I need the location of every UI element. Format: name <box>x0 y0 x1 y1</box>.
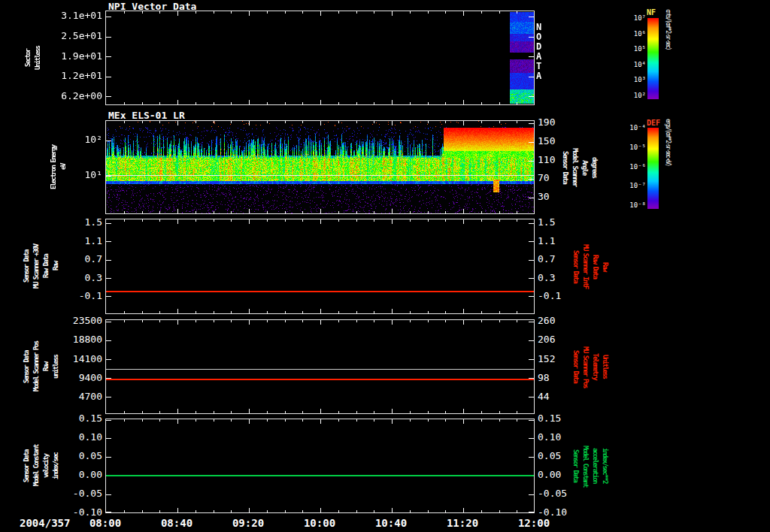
tick-mark <box>106 141 111 141</box>
tick-mark <box>445 102 446 104</box>
def-colorbar-ticks: 10⁻⁴ 10⁻⁵ 10⁻⁶ 10⁻⁷ 10⁻⁸ <box>616 125 646 209</box>
tick-mark <box>356 121 357 123</box>
tick-mark <box>410 510 411 512</box>
tick-mark <box>499 11 500 14</box>
nf-colorbar-title: NF <box>647 8 656 17</box>
tick-mark <box>249 409 250 413</box>
colorbar-tick: 10⁵ <box>634 46 646 53</box>
tick-mark <box>428 411 429 413</box>
tick-mark <box>445 121 446 123</box>
tick-mark <box>124 211 125 213</box>
tick-mark <box>428 311 429 313</box>
tick-mark <box>142 510 143 512</box>
axis-title-line: MU Scanner Pos <box>581 319 590 414</box>
tick-mark <box>428 219 429 222</box>
panel-mu-scanner-30v <box>105 219 535 314</box>
tick-mark <box>410 411 411 413</box>
axis-title-line: Sensor Data <box>22 319 32 414</box>
tick-label: 0.15 <box>538 414 561 422</box>
panel-els-spectrogram <box>105 120 535 214</box>
tick-mark <box>499 102 500 104</box>
tick-mark <box>142 320 143 322</box>
panel-scanner-pos <box>105 319 535 414</box>
tick-mark <box>285 219 286 222</box>
tick-label: 1.1 <box>538 237 555 245</box>
tick-mark <box>338 219 339 222</box>
tick-label: 0.15 <box>79 414 102 422</box>
colorbar-tick: 10⁻⁶ <box>629 164 646 171</box>
axis-title-line: Sensor Data <box>571 319 581 414</box>
tick-mark <box>231 320 232 322</box>
tick-mark <box>106 397 111 397</box>
tick-mark <box>106 96 111 97</box>
tick-mark <box>529 223 534 224</box>
tick-mark <box>529 512 534 512</box>
tick-mark <box>231 411 232 413</box>
tick-label: 0.00 <box>79 470 102 479</box>
panel3-right-axis-title: Sensor Data MU Scanner IntF Raw Data Raw <box>570 219 611 314</box>
tick-mark <box>196 411 196 413</box>
tick-mark <box>196 419 196 422</box>
axis-title-line: Sensor Data <box>22 219 32 314</box>
tick-mark <box>249 100 250 104</box>
tick-mark <box>374 419 374 422</box>
x-tick-label: 10:00 <box>297 517 342 529</box>
tick-mark <box>124 102 125 104</box>
tick-mark <box>142 102 143 104</box>
tick-mark <box>463 419 464 424</box>
tick-mark <box>499 510 500 512</box>
tick-mark <box>445 211 446 213</box>
tick-mark <box>267 219 268 222</box>
tick-mark <box>159 320 160 322</box>
axis-title-line: eV <box>59 120 68 214</box>
tick-mark <box>445 219 446 222</box>
tick-label: 2.5e+01 <box>61 32 102 40</box>
tick-mark <box>159 510 160 512</box>
panel4-left-axis-title: Sensor Data Model Scanner Pos Raw unitle… <box>21 319 62 414</box>
panel1-left-axis-title: Sector Unitless <box>23 11 44 105</box>
tick-mark <box>106 340 111 341</box>
tick-mark <box>249 508 250 512</box>
tick-mark <box>374 11 374 14</box>
tick-mark <box>320 11 321 16</box>
tick-mark <box>517 219 517 222</box>
tick-mark <box>529 296 534 297</box>
colorbar-tick: 10⁻⁸ <box>629 202 646 209</box>
axis-title-line: Sensor Data <box>571 219 581 314</box>
tick-label: 1.9e+01 <box>61 52 102 60</box>
axis-title-line: Angle <box>580 120 590 214</box>
tick-mark <box>249 121 250 125</box>
tick-mark <box>177 100 178 104</box>
axis-title-line: Sector <box>23 11 33 105</box>
tick-mark <box>499 419 500 422</box>
tick-mark <box>410 11 411 14</box>
tick-mark <box>302 320 303 322</box>
tick-mark <box>267 411 268 413</box>
no-data-label: NO DATA <box>536 23 544 81</box>
tick-mark <box>529 37 534 38</box>
tick-mark <box>106 176 111 177</box>
tick-mark <box>529 494 534 495</box>
tick-mark <box>374 411 374 413</box>
tick-label: 98 <box>538 373 550 382</box>
tick-mark <box>529 56 534 57</box>
tick-mark <box>285 11 286 14</box>
tick-mark <box>517 11 517 14</box>
tick-mark <box>463 219 464 224</box>
tick-mark <box>142 411 143 413</box>
axis-title-line: Electron Energy <box>49 120 59 214</box>
tick-mark <box>392 320 393 325</box>
tick-mark <box>356 311 357 313</box>
panel2-right-axis-title: Sensor Data Model Scanner Angle degrees <box>559 120 600 214</box>
colorbar-tick: 10² <box>634 92 646 99</box>
tick-mark <box>517 121 517 123</box>
tick-label: 1.5 <box>538 218 555 226</box>
tick-mark <box>463 121 464 125</box>
tick-mark <box>392 309 393 313</box>
tick-mark <box>517 419 517 422</box>
tick-mark <box>463 508 464 512</box>
tick-mark <box>517 510 517 512</box>
tick-mark <box>320 309 321 313</box>
tick-mark <box>267 102 268 104</box>
tick-mark <box>428 419 429 422</box>
